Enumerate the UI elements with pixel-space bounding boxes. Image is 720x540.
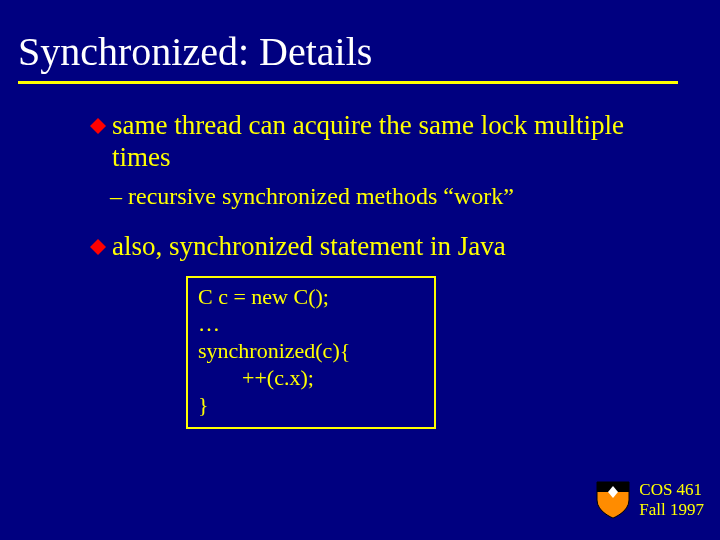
svg-marker-0 [90,118,106,134]
footer-course: COS 461 [639,480,702,499]
slide-footer: COS 461 Fall 1997 [595,480,704,520]
title-underline [18,81,678,84]
svg-marker-1 [90,239,106,255]
diamond-bullet-icon [90,239,106,255]
diamond-bullet-icon [90,118,106,134]
slide-title: Synchronized: Details [18,28,720,75]
shield-icon [595,480,631,520]
bullet-item: same thread can acquire the same lock mu… [90,110,650,174]
title-block: Synchronized: Details [0,0,720,84]
footer-term: Fall 1997 [639,500,704,519]
bullet-text: same thread can acquire the same lock mu… [112,110,650,174]
bullet-text: also, synchronized statement in Java [112,231,506,263]
sub-bullet: – recursive synchronized methods “work” [110,182,650,211]
slide-content: same thread can acquire the same lock mu… [90,110,650,429]
code-box: C c = new C(); … synchronized(c){ ++(c.x… [186,276,436,428]
bullet-item: also, synchronized statement in Java [90,231,650,263]
footer-text: COS 461 Fall 1997 [639,480,704,519]
